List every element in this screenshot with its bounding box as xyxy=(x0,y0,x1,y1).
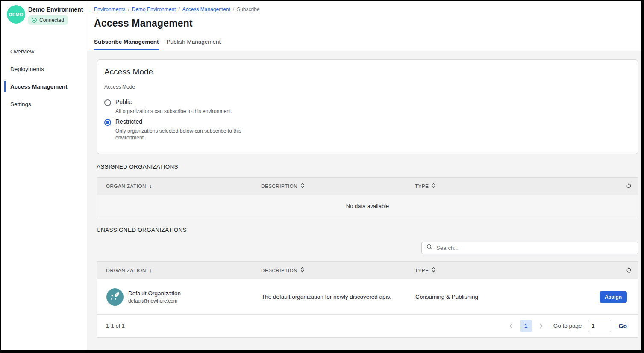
empty-state: No data available xyxy=(97,195,638,217)
sidebar-nav: Overview Deployments Access Management S… xyxy=(1,44,87,111)
unassigned-organizations-heading: UNASSIGNED ORGANIZATIONS xyxy=(97,227,638,233)
tab-bar: Subscribe Management Publish Management xyxy=(94,39,641,50)
app-window: DEMO Demo Environment Connected Overview… xyxy=(1,1,641,350)
status-badge-label: Connected xyxy=(39,17,64,23)
assigned-organizations-heading: ASSIGNED ORGANIZATIONS xyxy=(97,163,638,170)
refresh-icon[interactable] xyxy=(626,267,632,273)
radio-restricted[interactable] xyxy=(104,119,111,126)
go-button[interactable]: Go xyxy=(619,323,627,329)
main-area: Environments / Demo Environment / Access… xyxy=(87,1,641,350)
organization-email: default@nowhere.com xyxy=(128,298,181,303)
sort-both-icon xyxy=(300,183,304,189)
breadcrumb-link-access-management[interactable]: Access Management xyxy=(182,6,230,12)
environment-avatar: DEMO xyxy=(7,5,25,24)
organization-name: Default Organization xyxy=(128,290,181,297)
column-header-description[interactable]: DESCRIPTION xyxy=(261,267,415,273)
goto-page-label: Go to page xyxy=(553,323,582,329)
column-label: ORGANIZATION xyxy=(106,184,146,189)
breadcrumb-link-demo-environment[interactable]: Demo Environment xyxy=(132,6,176,12)
column-header-type[interactable]: TYPE xyxy=(415,267,619,273)
radio-public-description: All organizations can subscribe to this … xyxy=(115,108,232,115)
organization-cell: Default Organization default@nowhere.com xyxy=(106,288,262,306)
access-mode-radio-group: Public All organizations can subscribe t… xyxy=(104,98,630,142)
access-mode-card: Access Mode Access Mode Public All organ… xyxy=(97,59,638,154)
type-cell: Consuming & Publishing xyxy=(415,294,600,300)
table-row: Default Organization default@nowhere.com… xyxy=(97,279,638,315)
sidebar-item-overview[interactable]: Overview xyxy=(1,44,87,59)
access-mode-field-label: Access Mode xyxy=(104,84,630,90)
column-label: DESCRIPTION xyxy=(261,184,297,189)
search-row xyxy=(97,242,638,254)
assigned-organizations-table: ORGANIZATION ↓ DESCRIPTION TYPE xyxy=(97,177,638,217)
breadcrumb-separator: / xyxy=(178,6,179,12)
page-title: Access Management xyxy=(94,18,641,29)
sidebar-item-access-management[interactable]: Access Management xyxy=(1,80,87,94)
access-mode-card-title: Access Mode xyxy=(104,67,630,77)
tab-publish-management[interactable]: Publish Management xyxy=(167,39,221,50)
breadcrumb-separator: / xyxy=(128,6,129,12)
column-header-organization[interactable]: ORGANIZATION ↓ xyxy=(106,183,261,189)
previous-page-icon[interactable] xyxy=(508,323,514,329)
tab-subscribe-management[interactable]: Subscribe Management xyxy=(94,39,159,50)
check-circle-icon xyxy=(31,17,37,23)
radio-public[interactable] xyxy=(104,99,111,106)
refresh-icon[interactable] xyxy=(626,183,632,189)
goto-page-input[interactable] xyxy=(588,320,611,332)
sidebar-item-deployments[interactable]: Deployments xyxy=(1,62,87,76)
pagination-range: 1-1 of 1 xyxy=(106,323,125,329)
breadcrumb: Environments / Demo Environment / Access… xyxy=(94,6,641,12)
radio-option-public[interactable]: Public All organizations can subscribe t… xyxy=(104,98,630,115)
breadcrumb-current: Subscribe xyxy=(237,6,259,12)
organization-avatar xyxy=(106,288,124,306)
radio-restricted-label: Restricted xyxy=(115,118,241,125)
content-area: Access Mode Access Mode Public All organ… xyxy=(87,51,641,350)
sort-descending-icon: ↓ xyxy=(149,267,152,273)
column-header-type[interactable]: TYPE xyxy=(415,183,619,189)
radio-option-restricted[interactable]: Restricted Only organizations selected b… xyxy=(104,118,630,141)
description-cell: The default organization for newly disco… xyxy=(262,294,415,300)
search-box[interactable] xyxy=(421,242,638,254)
search-input[interactable] xyxy=(436,245,634,251)
sort-descending-icon: ↓ xyxy=(149,183,152,189)
column-label: DESCRIPTION xyxy=(261,268,297,273)
environment-header: DEMO Demo Environment Connected xyxy=(1,1,87,25)
sort-both-icon xyxy=(432,183,435,189)
rocket-icon xyxy=(110,291,120,303)
status-badge: Connected xyxy=(28,15,68,25)
table-header: ORGANIZATION ↓ DESCRIPTION TYPE xyxy=(97,178,638,195)
assign-button[interactable]: Assign xyxy=(600,291,627,303)
column-header-description[interactable]: DESCRIPTION xyxy=(261,183,415,189)
sidebar-item-settings[interactable]: Settings xyxy=(1,97,87,111)
unassigned-organizations-table: ORGANIZATION ↓ DESCRIPTION TYPE xyxy=(97,261,638,338)
column-label: TYPE xyxy=(415,184,429,189)
column-header-organization[interactable]: ORGANIZATION ↓ xyxy=(106,267,261,273)
column-label: ORGANIZATION xyxy=(106,268,146,273)
page-header: Environments / Demo Environment / Access… xyxy=(87,1,641,51)
radio-public-label: Public xyxy=(115,98,232,105)
breadcrumb-link-environments[interactable]: Environments xyxy=(94,6,125,12)
environment-name: Demo Environment xyxy=(28,6,83,13)
sidebar: DEMO Demo Environment Connected Overview… xyxy=(1,1,87,350)
page-number-button[interactable]: 1 xyxy=(520,320,532,332)
pagination-bar: 1-1 of 1 1 Go to page Go xyxy=(97,315,638,337)
radio-restricted-description: Only organizations selected below can su… xyxy=(115,128,241,141)
sort-both-icon xyxy=(432,267,435,273)
search-icon xyxy=(426,243,433,252)
column-label: TYPE xyxy=(415,268,429,273)
breadcrumb-separator: / xyxy=(233,6,234,12)
next-page-icon[interactable] xyxy=(538,323,544,329)
table-header: ORGANIZATION ↓ DESCRIPTION TYPE xyxy=(97,262,638,279)
sort-both-icon xyxy=(300,267,304,273)
